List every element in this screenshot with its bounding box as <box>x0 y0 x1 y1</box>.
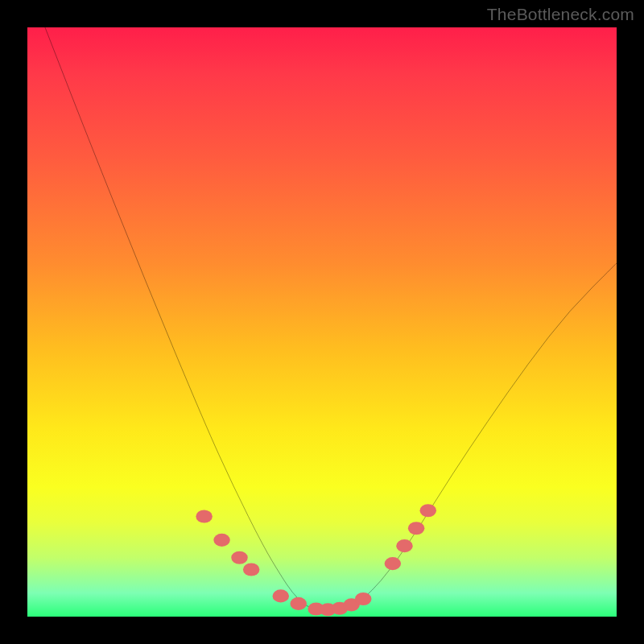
data-marker <box>273 589 289 602</box>
data-marker <box>355 592 371 605</box>
data-markers <box>196 504 436 616</box>
plot-area <box>27 27 617 617</box>
data-marker <box>385 557 401 570</box>
bottleneck-curve <box>45 27 617 611</box>
data-marker <box>420 504 436 517</box>
attribution-text: TheBottleneck.com <box>487 5 634 24</box>
chart-frame: TheBottleneck.com <box>0 0 644 644</box>
bottleneck-curve-svg <box>27 27 617 617</box>
data-marker <box>290 597 306 610</box>
data-marker <box>231 551 247 564</box>
data-marker <box>213 534 229 547</box>
data-marker <box>396 539 412 552</box>
data-marker <box>408 522 424 535</box>
data-marker <box>243 563 259 576</box>
data-marker <box>196 510 212 523</box>
